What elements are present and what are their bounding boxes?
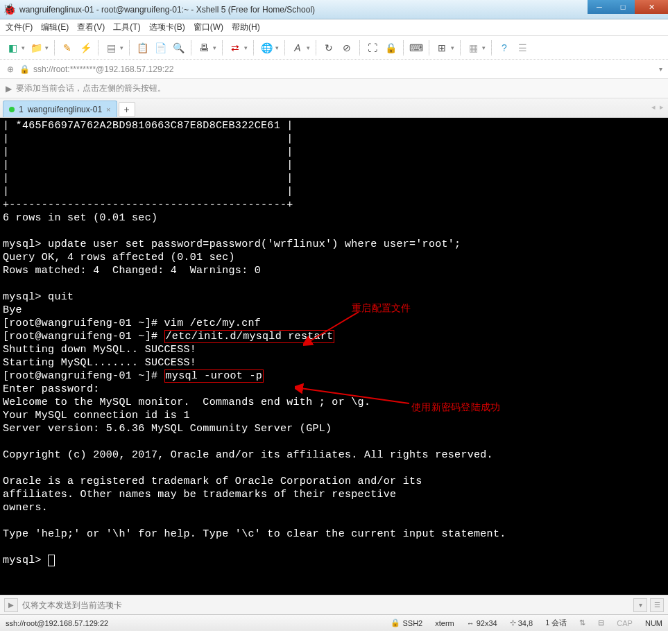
new-tab-button[interactable]: + bbox=[119, 102, 135, 117]
layout-dropdown[interactable]: ▾ bbox=[451, 44, 454, 51]
print-dropdown[interactable]: ▾ bbox=[213, 44, 216, 51]
compose-dropdown-icon[interactable]: ▾ bbox=[633, 598, 647, 612]
font-dropdown[interactable]: ▾ bbox=[307, 44, 310, 51]
address-text[interactable]: ssh://root:********@192.168.57.129:22 bbox=[33, 64, 655, 74]
properties-icon[interactable]: ▤ bbox=[104, 41, 118, 55]
address-bar: ⊕ 🔒 ssh://root:********@192.168.57.129:2… bbox=[0, 60, 668, 79]
term-line: | | bbox=[3, 173, 293, 184]
open-dropdown[interactable]: ▾ bbox=[45, 44, 49, 51]
fullscreen-icon[interactable]: ⛶ bbox=[366, 41, 379, 55]
status-dot-icon bbox=[9, 107, 15, 112]
transfer-dropdown[interactable]: ▾ bbox=[244, 44, 248, 51]
menu-view[interactable]: 查看(V) bbox=[77, 21, 105, 33]
addr-action-icon[interactable]: ⊕ bbox=[6, 64, 15, 74]
term-line: mysql> update user set password=password… bbox=[3, 238, 461, 250]
new-dropdown[interactable]: ▾ bbox=[22, 44, 25, 51]
status-fold-icon[interactable]: ⊟ bbox=[598, 618, 604, 627]
lock-icon[interactable]: 🔒 bbox=[384, 41, 397, 55]
annotation-text: 重启配置文件 bbox=[352, 302, 411, 315]
status-bar: ssh://root@192.168.57.129:22 🔒 SSH2 xter… bbox=[0, 614, 668, 631]
menu-tools[interactable]: 工具(T) bbox=[113, 21, 140, 33]
properties-dropdown[interactable]: ▾ bbox=[120, 44, 123, 51]
tab-nav-right-icon[interactable]: ▸ bbox=[660, 103, 664, 112]
separator bbox=[491, 40, 492, 55]
term-line: Bye bbox=[3, 304, 22, 316]
font-icon[interactable]: A bbox=[291, 41, 305, 55]
term-line: [root@wangruifeng-01 ~]# mysql -uroot -p bbox=[3, 369, 264, 383]
tab-nav-left-icon[interactable]: ◂ bbox=[651, 103, 656, 112]
terminal[interactable]: | *465F6697A762A2BD9810663C87E8D8CEB322C… bbox=[0, 118, 668, 595]
address-dropdown[interactable]: ▾ bbox=[659, 65, 662, 73]
copy-icon[interactable]: 📋 bbox=[135, 41, 149, 55]
send-icon[interactable]: ▶ bbox=[4, 598, 18, 612]
globe-dropdown[interactable]: ▾ bbox=[275, 44, 279, 51]
status-ssh: 🔒 SSH2 bbox=[391, 618, 422, 627]
menu-file[interactable]: 文件(F) bbox=[6, 21, 33, 33]
maximize-button[interactable]: □ bbox=[611, 0, 635, 14]
status-updown-icon[interactable]: ⇅ bbox=[579, 618, 585, 627]
term-line: | | bbox=[3, 133, 293, 145]
highlighted-command: mysql -uroot -p bbox=[164, 369, 264, 383]
session-tab[interactable]: 1 wangruifenglinux-01 × bbox=[3, 101, 117, 117]
separator bbox=[129, 40, 130, 55]
minimize-button[interactable]: ─ bbox=[588, 0, 611, 14]
tile-dropdown[interactable]: ▾ bbox=[482, 44, 486, 51]
term-line: | *465F6697A762A2BD9810663C87E8D8CEB322C… bbox=[3, 120, 293, 132]
new-icon[interactable]: ◧ bbox=[6, 41, 19, 55]
compose-menu-icon[interactable]: ☰ bbox=[650, 598, 664, 612]
menu-tabs[interactable]: 选项卡(B) bbox=[149, 21, 185, 33]
title-bar: 🐞 wangruifenglinux-01 - root@wangruifeng… bbox=[0, 0, 668, 19]
about-icon[interactable]: ☰ bbox=[515, 41, 529, 55]
compose-bar: ▶ ▾ ☰ bbox=[0, 595, 668, 614]
close-button[interactable]: ✕ bbox=[635, 0, 668, 14]
term-line: Oracle is a registered trademark of Orac… bbox=[3, 476, 422, 487]
term-line: Type 'help;' or '\h' for help. Type '\c'… bbox=[3, 528, 506, 540]
window-title: wangruifenglinux-01 - root@wangruifeng-0… bbox=[19, 5, 665, 15]
refresh-icon[interactable]: ↻ bbox=[322, 41, 336, 55]
separator bbox=[54, 40, 55, 55]
open-icon[interactable]: 📁 bbox=[29, 41, 43, 55]
term-line: Shutting down MySQL.. SUCCESS! bbox=[3, 344, 196, 356]
tab-label: wangruifenglinux-01 bbox=[28, 105, 102, 114]
term-line: affiliates. Other names may be trademark… bbox=[3, 489, 396, 501]
separator bbox=[403, 40, 404, 55]
separator bbox=[98, 40, 99, 55]
term-line: owners. bbox=[3, 502, 48, 514]
globe-icon[interactable]: 🌐 bbox=[259, 41, 273, 55]
separator bbox=[284, 40, 285, 55]
paste-icon[interactable]: 📄 bbox=[153, 41, 167, 55]
menu-bar: 文件(F) 编辑(E) 查看(V) 工具(T) 选项卡(B) 窗口(W) 帮助(… bbox=[0, 19, 668, 36]
print-icon[interactable]: 🖶 bbox=[197, 41, 211, 55]
help-icon[interactable]: ? bbox=[497, 41, 511, 55]
tip-icon[interactable]: ▶ bbox=[6, 84, 12, 94]
status-connection: ssh://root@192.168.57.129:22 bbox=[6, 619, 108, 627]
tile-icon[interactable]: ▦ bbox=[466, 41, 480, 55]
status-term: xterm bbox=[435, 619, 454, 627]
separator bbox=[429, 40, 429, 55]
tip-bar: ▶ 要添加当前会话，点击左侧的箭头按钮。 bbox=[0, 79, 668, 98]
compose-input[interactable] bbox=[22, 600, 629, 610]
stop-icon[interactable]: ⊘ bbox=[340, 41, 354, 55]
tab-nav: ◂ ▸ bbox=[651, 103, 664, 112]
menu-edit[interactable]: 编辑(E) bbox=[41, 21, 69, 33]
annotation-text: 使用新密码登陆成功 bbox=[411, 401, 501, 414]
layout-icon[interactable]: ⊞ bbox=[435, 41, 449, 55]
lock-icon: 🔒 bbox=[19, 64, 29, 74]
find-icon[interactable]: 🔍 bbox=[171, 41, 185, 55]
term-line: 6 rows in set (0.01 sec) bbox=[3, 212, 157, 224]
tab-close-icon[interactable]: × bbox=[106, 105, 110, 114]
arrow-icon bbox=[303, 308, 366, 350]
term-line: +---------------------------------------… bbox=[3, 199, 293, 211]
term-line: Welcome to the MySQL monitor. Commands e… bbox=[3, 397, 370, 408]
reconnect-icon[interactable]: ✎ bbox=[60, 41, 74, 55]
status-sessions: 1 会话 bbox=[545, 618, 567, 628]
separator bbox=[460, 40, 461, 55]
menu-help[interactable]: 帮助(H) bbox=[232, 21, 260, 33]
menu-window[interactable]: 窗口(W) bbox=[194, 21, 223, 33]
transfer-icon[interactable]: ⇄ bbox=[228, 41, 242, 55]
separator bbox=[253, 40, 254, 55]
term-line: Your MySQL connection id is 1 bbox=[3, 410, 190, 421]
keyboard-icon[interactable]: ⌨ bbox=[409, 41, 423, 55]
disconnect-icon[interactable]: ⚡ bbox=[78, 41, 92, 55]
term-line: | | bbox=[3, 159, 293, 171]
